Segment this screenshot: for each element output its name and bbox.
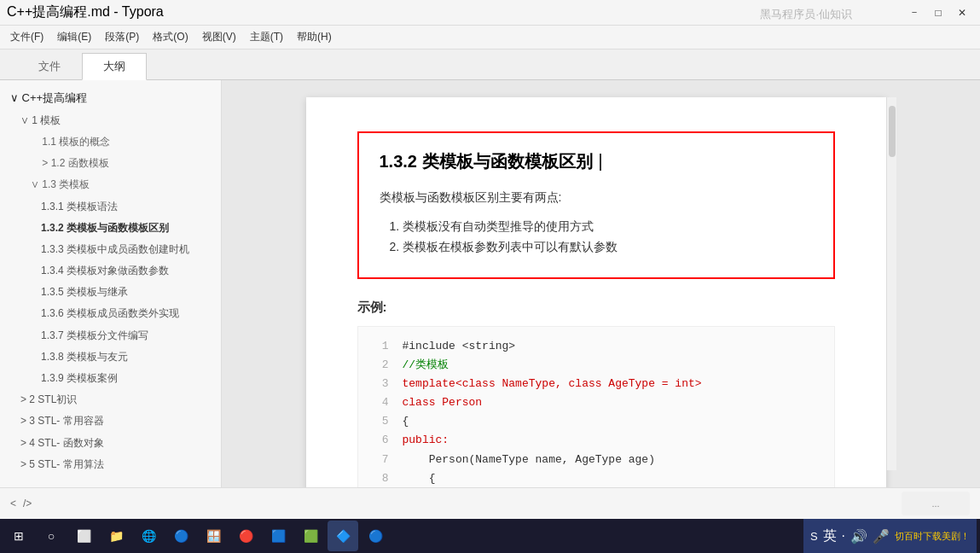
sidebar-item-5[interactable]: > 5 STL- 常用算法: [0, 454, 221, 475]
sidebar-item-4[interactable]: > 4 STL- 函数对象: [0, 433, 221, 454]
bottom-left-icon: <: [10, 498, 16, 509]
code-line-2: 2 //类模板: [372, 356, 821, 375]
taskbar-search[interactable]: ○: [36, 521, 67, 551]
taskbar-right: S 英 · 🔊 🎤 切百时下载美剧！: [803, 519, 977, 553]
minimize-button[interactable]: －: [903, 4, 925, 21]
sidebar-item-1-1[interactable]: 1.1 模板的概念: [0, 131, 221, 153]
code-line-6: 6 public:: [372, 431, 821, 450]
title-bar-left: C++提高编程.md - Typora: [7, 3, 164, 21]
menu-format[interactable]: 格式(O): [146, 28, 194, 46]
sidebar-root[interactable]: ∨ C++提高编程: [0, 87, 221, 110]
sidebar-item-3[interactable]: > 3 STL- 常用容器: [0, 410, 221, 432]
taskbar-vs[interactable]: 🟦: [263, 521, 293, 551]
highlight-intro: 类模板与函数模板区别主要有两点:: [380, 190, 813, 206]
bottom-right-icon: />: [23, 498, 32, 509]
text-cursor: [600, 154, 601, 171]
code-line-3: 3 template<class NameType, class AgeType…: [372, 375, 821, 393]
taskbar-taskview[interactable]: ⬜: [68, 521, 99, 551]
taskbar-system-area: S 英 · 🔊 🎤 切百时下载美剧！: [803, 519, 977, 553]
page-content: 1.3.2 类模板与函数模板区别 类模板与函数模板区别主要有两点: 1. 类模板…: [306, 97, 886, 487]
close-button[interactable]: ✕: [951, 4, 973, 21]
page: 1.3.2 类模板与函数模板区别 类模板与函数模板区别主要有两点: 1. 类模板…: [306, 97, 886, 470]
title-bar-title: C++提高编程.md - Typora: [7, 3, 164, 21]
tab-outline[interactable]: 大纲: [82, 53, 147, 80]
code-block: 1 #include <string> 2 //类模板 3 template<c…: [357, 326, 835, 487]
sidebar-item-1-2[interactable]: > 1.2 函数模板: [0, 153, 221, 174]
sidebar-item-1-3-2[interactable]: 1.3.2 类模板与函数模板区别: [0, 218, 221, 239]
sidebar-item-1-3-5[interactable]: 1.3.5 类模板与继承: [0, 282, 221, 303]
sidebar-item-1-3[interactable]: ∨ 1.3 类模板: [0, 174, 221, 195]
collapse-icon: ∨: [20, 114, 29, 126]
scrollbar[interactable]: [886, 97, 896, 470]
menu-view[interactable]: 视图(V): [195, 28, 243, 46]
content-area: 1.3.2 类模板与函数模板区别 类模板与函数模板区别主要有两点: 1. 类模板…: [222, 80, 980, 487]
tab-bar: 文件 大纲: [0, 49, 980, 80]
menu-theme[interactable]: 主题(T): [243, 28, 290, 46]
collapse-icon: ∨: [31, 178, 39, 190]
code-line-7: 7 Person(NameType name, AgeType age): [372, 451, 821, 469]
taskbar-sound-icon: 🔊: [850, 528, 867, 544]
code-line-1: 1 #include <string>: [372, 337, 821, 356]
taskbar-chrome[interactable]: 🔵: [165, 521, 196, 551]
menu-help[interactable]: 帮助(H): [290, 28, 339, 46]
sidebar-item-1-3-1[interactable]: 1.3.1 类模板语法: [0, 196, 221, 218]
taskbar-s-icon: S: [810, 530, 818, 543]
taskbar-dot-icon: ·: [842, 528, 845, 544]
code-line-5: 5 {: [372, 412, 821, 431]
menu-edit[interactable]: 编辑(E): [50, 28, 98, 46]
menu-file[interactable]: 文件(F): [3, 28, 50, 46]
taskbar-lang-icon: 英: [823, 527, 837, 545]
title-bar-controls: － □ ✕: [903, 4, 973, 21]
highlight-list: 1. 类模板没有自动类型推导的使用方式 2. 类模板在模板参数列表中可以有默认参…: [380, 219, 813, 255]
example-label: 示例:: [357, 300, 835, 316]
code-line-8: 8 {: [372, 469, 821, 487]
list-item-1: 1. 类模板没有自动类型推导的使用方式: [386, 219, 813, 235]
highlight-title: 1.3.2 类模板与函数模板区别: [380, 150, 813, 173]
list-item-2: 2. 类模板在模板参数列表中可以有默认参数: [386, 240, 813, 255]
taskbar-app-green[interactable]: 🟩: [295, 521, 326, 551]
taskbar-app-extra[interactable]: 🔵: [360, 521, 391, 551]
sidebar-item-1-3-9[interactable]: 1.3.9 类模板案例: [0, 368, 221, 389]
sidebar-item-1-3-8[interactable]: 1.3.8 类模板与友元: [0, 346, 221, 368]
code-line-4: 4 class Person: [372, 393, 821, 412]
highlight-box: 1.3.2 类模板与函数模板区别 类模板与函数模板区别主要有两点: 1. 类模板…: [357, 131, 835, 279]
taskbar-start[interactable]: ⊞: [3, 521, 34, 551]
main-layout: ∨ C++提高编程 ∨ 1 模板 1.1 模板的概念 > 1.2 函数模板 ∨ …: [0, 80, 980, 487]
sidebar-item-1-3-4[interactable]: 1.3.4 类模板对象做函数参数: [0, 260, 221, 282]
sidebar-item-1-3-7[interactable]: 1.3.7 类模板分文件编写: [0, 325, 221, 346]
sidebar: ∨ C++提高编程 ∨ 1 模板 1.1 模板的概念 > 1.2 函数模板 ∨ …: [0, 80, 222, 487]
editor-bottom-bar: < /> ...: [0, 487, 980, 519]
tab-file[interactable]: 文件: [17, 53, 82, 79]
word-count: ...: [902, 492, 970, 515]
maximize-button[interactable]: □: [927, 4, 949, 21]
sidebar-item-1-3-3[interactable]: 1.3.3 类模板中成员函数创建时机: [0, 239, 221, 260]
taskbar-system-text: 切百时下载美剧！: [895, 530, 970, 543]
taskbar-windows[interactable]: 🪟: [198, 521, 229, 551]
taskbar-mic-icon: 🎤: [873, 528, 890, 544]
sidebar-item-1-3-6[interactable]: 1.3.6 类模板成员函数类外实现: [0, 303, 221, 324]
menu-paragraph[interactable]: 段落(P): [98, 28, 146, 46]
sidebar-item-1[interactable]: ∨ 1 模板: [0, 110, 221, 131]
collapse-icon: ∨: [10, 91, 19, 104]
taskbar-explorer[interactable]: 📁: [101, 521, 131, 551]
taskbar: ⊞ ○ ⬜ 📁 🌐 🔵 🪟 🔴 🟦 🟩 🔷 🔵 S 英 · 🔊 🎤 切百时下载美…: [0, 519, 980, 553]
scrollbar-thumb[interactable]: [889, 106, 896, 157]
taskbar-edge[interactable]: 🌐: [133, 521, 164, 551]
sidebar-item-2[interactable]: > 2 STL初识: [0, 389, 221, 410]
menu-bar: 文件(F) 编辑(E) 段落(P) 格式(O) 视图(V) 主题(T) 帮助(H…: [0, 26, 980, 49]
taskbar-typora[interactable]: 🔷: [328, 521, 358, 551]
watermark: 黑马程序员·仙知识: [760, 7, 852, 22]
taskbar-app-red[interactable]: 🔴: [230, 521, 261, 551]
